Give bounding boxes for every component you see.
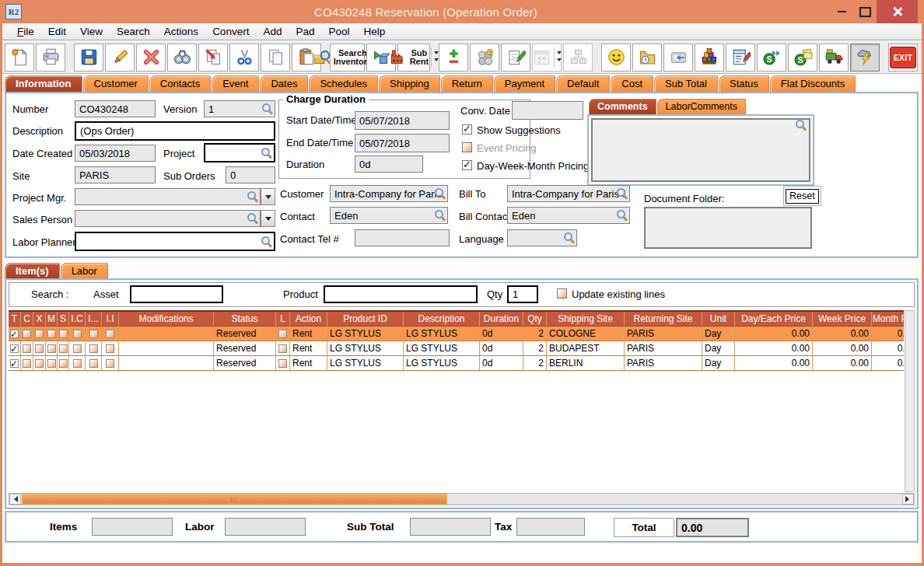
table-row-3[interactable]: ReservedRentLG STYLUSLG STYLUS0d2BERLINP… (9, 356, 904, 371)
duration-field[interactable]: 0d (355, 155, 423, 173)
inventory-blocks-button[interactable] (695, 44, 724, 72)
conv-date-field[interactable] (512, 101, 583, 120)
cell-modifications[interactable] (119, 356, 214, 371)
cell-status[interactable]: Reserved (214, 341, 276, 356)
project-mgr-lookup-icon[interactable] (247, 191, 258, 202)
column-header-returning_site[interactable]: Returning Site (625, 312, 702, 327)
sub-orders-field[interactable]: 0 (226, 166, 275, 183)
tab-cost[interactable]: Cost (611, 75, 653, 92)
row-checkbox-ii[interactable] (106, 359, 114, 368)
horizontal-scroll-thumb[interactable] (22, 494, 447, 505)
table-row-1[interactable]: ReservedRentLG STYLUSLG STYLUS0d2COLOGNE… (9, 327, 904, 341)
cell-week_price[interactable]: 0.00 (813, 327, 872, 341)
column-header-unit[interactable]: Unit (702, 312, 735, 327)
vertical-scrollbar[interactable] (905, 310, 915, 492)
print-button[interactable] (36, 44, 65, 72)
cell-returning_site[interactable]: PARIS (625, 327, 702, 341)
row-checkbox-s[interactable] (59, 359, 68, 368)
cell-qty[interactable]: 2 (523, 356, 547, 371)
column-header-week_price[interactable]: Week Price (813, 312, 872, 327)
row-checkbox-c[interactable] (23, 359, 31, 368)
documents-folder-button[interactable] (632, 44, 662, 72)
labor-planner-field[interactable] (75, 232, 275, 251)
menu-pad[interactable]: Pad (289, 23, 321, 40)
cell-x[interactable] (33, 327, 46, 341)
update-existing-lines-checkbox[interactable] (557, 288, 567, 299)
bill-contact-field[interactable]: Eden (507, 207, 630, 224)
cell-ii[interactable] (102, 327, 119, 341)
cell-s[interactable] (58, 341, 69, 356)
cell-product_id[interactable]: LG STYLUS (327, 341, 404, 356)
cell-ic[interactable] (69, 356, 86, 371)
tab-schedules[interactable]: Schedules (309, 75, 378, 92)
row-checkbox-ic[interactable] (73, 344, 82, 353)
cell-ic[interactable] (69, 341, 86, 356)
row-checkbox-t[interactable] (10, 330, 19, 338)
tab-status[interactable]: Status (719, 75, 769, 92)
cell-description[interactable]: LG STYLUS (404, 356, 480, 371)
tab-contacts[interactable]: Contacts (149, 75, 211, 92)
search-inventory-button[interactable]: Search Inventory (330, 44, 365, 72)
product-input[interactable] (324, 285, 478, 303)
comments-lookup-icon[interactable] (796, 120, 807, 131)
cell-modifications[interactable] (119, 327, 214, 341)
cell-idot[interactable] (86, 327, 102, 341)
menu-help[interactable]: Help (357, 23, 393, 40)
row-checkbox-s[interactable] (59, 344, 68, 353)
notes-button[interactable] (501, 44, 530, 72)
column-header-action[interactable]: Action (290, 312, 327, 327)
language-field[interactable] (507, 229, 577, 246)
cell-l[interactable] (276, 356, 290, 371)
sales-person-dropdown-button[interactable] (261, 210, 275, 227)
contact-field[interactable]: Eden (330, 207, 448, 224)
menu-view[interactable]: View (73, 23, 110, 40)
cell-day_each_price[interactable]: 0.00 (735, 327, 813, 341)
cell-m[interactable] (46, 356, 58, 371)
row-checkbox-s[interactable] (59, 330, 68, 338)
number-field[interactable]: CO430248 (75, 100, 156, 117)
bill-to-field[interactable]: Intra-Company for Paris Sh (507, 185, 630, 202)
menu-convert[interactable]: Convert (205, 23, 256, 40)
new-document-button[interactable] (5, 44, 34, 72)
row-checkbox-ii[interactable] (106, 344, 114, 353)
row-checkbox-ic[interactable] (73, 330, 82, 338)
cell-t[interactable] (9, 327, 21, 341)
copy-button[interactable] (261, 44, 290, 72)
tab-payment[interactable]: Payment (494, 75, 555, 92)
cell-m[interactable] (46, 341, 58, 356)
version-lookup-icon[interactable] (262, 103, 273, 114)
tab-shipping[interactable]: Shipping (379, 75, 440, 92)
project-mgr-dropdown-button[interactable] (261, 188, 275, 205)
cell-day_each_price[interactable]: 0.00 (735, 341, 813, 356)
horizontal-scrollbar[interactable] (9, 493, 915, 505)
menu-add[interactable]: Add (256, 23, 289, 40)
cell-action[interactable]: Rent (290, 356, 327, 371)
cell-description[interactable]: LG STYLUS (404, 341, 480, 356)
column-header-status[interactable]: Status (214, 312, 276, 327)
column-header-product_id[interactable]: Product ID (327, 312, 404, 327)
column-header-qty[interactable]: Qty (523, 312, 547, 327)
column-header-c[interactable]: C (21, 312, 33, 327)
cell-c[interactable] (21, 341, 33, 356)
cell-c[interactable] (21, 327, 33, 341)
column-header-ii[interactable]: I.I (102, 312, 119, 327)
tab-flat-discounts[interactable]: Flat Discounts (770, 75, 856, 92)
cell-duration[interactable]: 0d (480, 356, 523, 371)
menu-search[interactable]: Search (110, 23, 157, 40)
column-header-month_price[interactable]: Month Pric (872, 312, 904, 327)
project-mgr-field[interactable] (75, 188, 261, 205)
cell-month_price[interactable]: 0.00 (872, 356, 904, 371)
column-header-t[interactable]: T (9, 312, 21, 327)
cell-t[interactable] (9, 341, 21, 356)
minimize-button[interactable] (830, 0, 853, 23)
edit-pencil-button[interactable] (105, 44, 135, 72)
shipping-truck-button[interactable] (819, 44, 849, 72)
row-checkbox-x[interactable] (35, 330, 44, 338)
tab-laborcomments[interactable]: LaborComments (657, 99, 746, 114)
row-checkbox-t[interactable] (10, 359, 19, 368)
cell-returning_site[interactable]: PARIS (625, 341, 702, 356)
cell-status[interactable]: Reserved (214, 356, 276, 371)
cell-ii[interactable] (102, 341, 119, 356)
tab-item-s-[interactable]: Item(s) (5, 263, 60, 279)
edit-document-button[interactable] (726, 44, 755, 72)
